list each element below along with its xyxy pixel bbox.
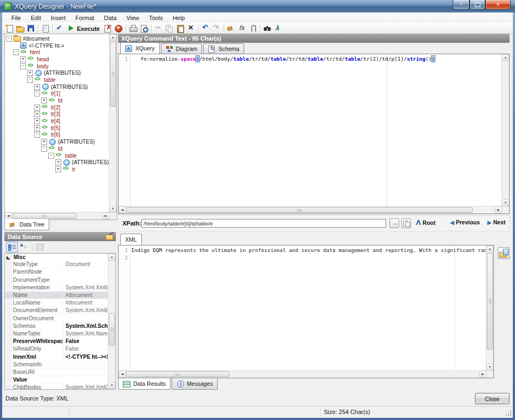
menu-format[interactable]: Format [70,14,99,22]
property-row-childnodes[interactable]: ChildNodesSystem.Xml.XmlChildNod [5,384,108,390]
view-source-button[interactable] [40,24,51,33]
tree-vertical-scrollbar[interactable]: ▲ ▼ [109,34,116,212]
scroll-up-icon[interactable]: ▲ [486,245,493,253]
scroll-up-icon[interactable]: ▲ [109,34,116,41]
menu-help[interactable]: Help [168,14,190,22]
scrollbar-thumb[interactable] [487,253,493,350]
tree-node-body[interactable]: -body [6,63,109,70]
scrollbar-thumb[interactable] [126,207,473,213]
collapse-icon[interactable]: - [34,91,40,96]
collapse-icon[interactable]: - [27,77,33,83]
previous-button[interactable]: ◀ Previous [450,219,480,225]
menu-view[interactable]: View [121,14,144,22]
open-file-button[interactable] [15,24,25,33]
run-button[interactable] [273,24,284,33]
expand-icon[interactable]: + [34,125,40,131]
menu-file[interactable]: File [6,14,26,22]
menu-insert[interactable]: Insert [46,14,71,22]
expand-icon[interactable]: + [27,70,33,76]
expand-icon[interactable]: + [55,166,61,172]
tab-schema[interactable]: Schema [203,43,244,54]
alphabetical-sort-icon[interactable] [18,242,29,252]
property-row-documenttype[interactable]: DocumentType [5,276,108,284]
scrollbar-thumb[interactable] [109,313,115,346]
close-button[interactable]: Close [475,393,510,404]
scrollbar-thumb[interactable] [12,213,76,219]
save-button[interactable] [25,24,36,33]
tab-diagram[interactable]: Diagram [161,43,203,54]
print-button[interactable] [128,24,139,33]
paste-button[interactable] [175,24,186,33]
scroll-left-icon[interactable]: ◀ [119,206,126,214]
tree-node-attributes[interactable]: +(ATTRIBUTES) [6,83,109,91]
expand-icon[interactable]: + [55,159,61,165]
property-row-nametable[interactable]: NameTableSystem.Xml.NameTable [5,330,108,338]
property-row-implementation[interactable]: ImplementationSystem.Xml.XmlImplemen [5,284,108,292]
delete-button[interactable] [186,24,197,33]
property-row-value[interactable]: Value [5,376,108,384]
scroll-down-icon[interactable]: ▼ [109,205,116,212]
tree-node-attributes[interactable]: +(ATTRIBUTES) [6,69,109,76]
resize-grip[interactable] [505,410,512,416]
xml-result-editor[interactable]: 12 Indigo DQM represents the ultimate in… [118,245,494,378]
tree-node-tr-3[interactable]: +tr[3] [6,111,109,118]
export-results-button[interactable] [498,247,510,259]
copy-button[interactable] [164,24,175,33]
tree-node-tr-5[interactable]: +tr[5] [6,125,109,132]
scroll-left-icon[interactable]: ◀ [119,371,126,378]
collapse-icon[interactable]: - [6,36,12,42]
tree-node-tr-2[interactable]: +tr[2] [6,104,109,111]
expand-icon[interactable]: + [34,111,40,117]
collapse-icon[interactable]: - [34,132,40,138]
scroll-right-icon[interactable]: ▶ [479,371,486,378]
tree-node-table[interactable]: -table [6,152,109,159]
collapse-icon[interactable]: - [48,153,54,159]
function-button[interactable] [237,24,247,33]
scrollbar-thumb[interactable] [110,42,116,107]
property-row-name[interactable]: Name#document [5,292,108,299]
root-button[interactable]: Λ Root [416,219,435,227]
collapse-icon[interactable]: - [20,63,26,69]
property-row-ownerdocument[interactable]: OwnerDocument [5,315,108,322]
undo-button[interactable] [200,24,211,33]
property-row-schemas[interactable]: SchemasSystem.Xml.Schema. [5,322,108,330]
execute-button[interactable]: Execute [66,24,102,33]
cut-button[interactable] [153,24,164,33]
categorized-view-icon[interactable] [6,242,18,253]
menu-edit[interactable]: Edit [26,14,46,22]
tree-node-tr-1[interactable]: -tr[1] [6,91,109,98]
property-row-localname[interactable]: LocalName#document [5,299,108,307]
menu-data[interactable]: Data [99,14,121,22]
scroll-up-icon[interactable]: ▲ [502,54,509,61]
tree-node-head[interactable]: +head [6,56,109,63]
property-row-innerxml[interactable]: InnerXml<!-CTYPE ht--><html [5,353,108,360]
tree-node-table[interactable]: -table [6,76,109,83]
scroll-right-icon[interactable]: ▶ [495,206,502,214]
edit-data-source-icon[interactable] [105,233,114,240]
expand-icon[interactable]: + [41,98,47,104]
validate-button[interactable] [55,24,66,33]
property-row-schemainfo[interactable]: SchemaInfo [5,361,108,369]
collapse-icon[interactable]: - [13,49,19,55]
expand-icon[interactable]: + [41,139,47,145]
tree-node-attributes[interactable]: +(ATTRIBUTES) [6,138,109,145]
tab-messages[interactable]: Messages [172,378,218,390]
xquery-code-editor[interactable]: 1 fn:normalize-space(/html/body/table/tr… [118,54,510,214]
maximize-button[interactable] [470,0,485,10]
property-row-documentelement[interactable]: DocumentElementSystem.Xml.XmlElement [5,307,108,314]
tree-horizontal-scrollbar[interactable]: ◀ ▶ [5,212,109,219]
tree-node-document[interactable]: -#document [6,35,109,42]
xquery-code-line[interactable]: fn:normalize-space(/html/body/table/tr/t… [131,54,502,206]
property-row-isreadonly[interactable]: IsReadOnlyFalse [5,345,108,353]
scroll-up-icon[interactable]: ▲ [108,254,115,261]
expand-icon[interactable]: + [34,118,40,124]
xml-result-text[interactable]: Indigo DQM represents the ultimate in pr… [131,245,486,371]
tab-xml[interactable]: XML [120,234,142,245]
tree-node-tr[interactable]: +tr [6,166,109,173]
property-row-preservewhitespace[interactable]: PreserveWhitespaceFalse [5,338,108,345]
xpath-copy-button[interactable] [401,218,411,228]
tree-node-attributes[interactable]: +(ATTRIBUTES) [6,159,109,166]
property-grid-scrollbar[interactable]: ▲ ▼ [108,254,115,389]
tree-node-ctype-ht[interactable]: <!-CTYPE ht-> [6,42,109,49]
find-button[interactable] [262,24,273,33]
